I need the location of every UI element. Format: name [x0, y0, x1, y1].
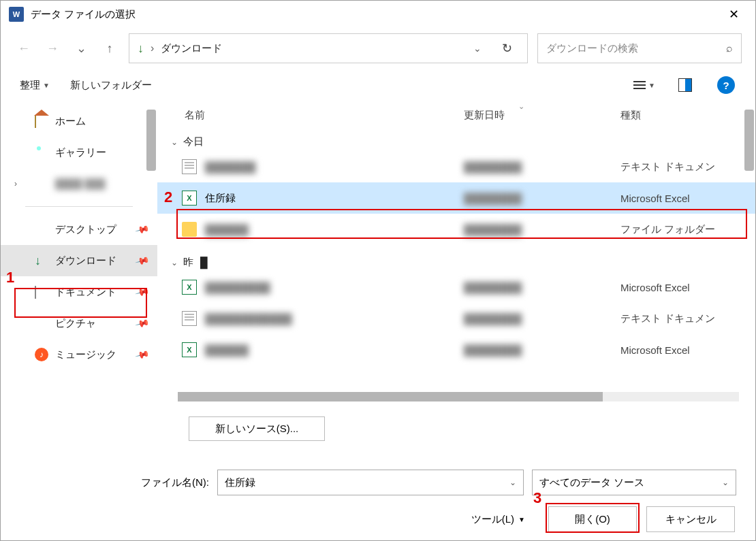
new-folder-button[interactable]: 新しいフォルダー — [70, 79, 152, 92]
organize-button[interactable]: 整理 ▼ — [20, 79, 50, 92]
back-button[interactable]: ← — [14, 39, 33, 58]
sidebar-divider — [25, 206, 133, 207]
home-icon — [35, 116, 36, 127]
downloads-icon: ↓ — [138, 42, 144, 56]
chevron-down-icon[interactable]: ⌄ — [722, 478, 729, 487]
sidebar-item-documents[interactable]: ドキュメント 📌 — [1, 276, 157, 308]
open-button[interactable]: 開く(O) — [548, 506, 637, 532]
text-file-icon — [182, 159, 197, 174]
chevron-down-icon: ▼ — [518, 516, 525, 523]
excel-file-icon: X — [182, 280, 197, 295]
sidebar-item-music[interactable]: ♪ ミュージック 📌 — [1, 339, 157, 370]
documents-icon — [35, 286, 36, 298]
annotation-2: 2 — [164, 188, 172, 206]
navigation-row: ← → ⌄ ↑ ↓ › ダウンロード ⌄ ↻ ダウンロードの検索 ⌕ — [1, 28, 755, 69]
up-button[interactable]: ↑ — [100, 39, 119, 58]
file-scrollbar[interactable] — [744, 110, 754, 171]
preview-icon — [678, 78, 692, 92]
help-icon: ? — [717, 76, 735, 94]
breadcrumb-separator: › — [151, 42, 154, 54]
forward-button[interactable]: → — [43, 39, 62, 58]
chevron-down-icon: ⌄ — [171, 258, 178, 267]
folder-icon — [182, 222, 197, 237]
file-row-selected[interactable]: X住所録 ████████ Microsoft Excel — [157, 182, 755, 214]
search-input[interactable]: ダウンロードの検索 ⌕ — [537, 33, 742, 63]
dialog-title: データ ファイルの選択 — [31, 8, 136, 21]
recent-locations-button[interactable]: ⌄ — [72, 39, 91, 58]
chevron-down-icon[interactable]: ⌄ — [509, 478, 516, 487]
pin-icon[interactable]: 📌 — [134, 253, 150, 268]
sidebar-item-desktop[interactable]: デスクトップ 📌 — [1, 214, 157, 245]
excel-file-icon: X — [182, 342, 197, 357]
file-row[interactable]: X█████████ ████████ Microsoft Excel — [157, 272, 755, 303]
sidebar-item-pictures[interactable]: ピクチャ 📌 — [1, 308, 157, 339]
column-name[interactable]: 名前 — [157, 109, 464, 122]
file-row[interactable]: ██████ ████████ ファイル フォルダー — [157, 214, 755, 245]
sort-indicator-icon: ⌄ — [518, 102, 524, 111]
filename-label: ファイル名(N): — [141, 476, 209, 489]
pin-icon[interactable]: 📌 — [134, 222, 150, 237]
preview-pane-button[interactable] — [675, 75, 695, 95]
view-mode-button[interactable]: ▼ — [634, 75, 655, 95]
address-bar[interactable]: ↓ › ダウンロード ⌄ ↻ — [129, 33, 528, 63]
sidebar-item-home[interactable]: ホーム — [1, 105, 157, 137]
current-location: ダウンロード — [161, 42, 222, 55]
close-icon[interactable]: ✕ — [720, 7, 747, 22]
column-date[interactable]: ⌄ 更新日時 — [464, 109, 620, 122]
music-icon: ♪ — [35, 348, 48, 361]
search-icon: ⌕ — [726, 42, 733, 54]
cancel-button[interactable]: キャンセル — [646, 506, 735, 532]
titlebar: W データ ファイルの選択 ✕ — [1, 1, 755, 28]
annotation-1: 1 — [6, 269, 14, 286]
annotation-3: 3 — [533, 489, 541, 507]
expand-icon[interactable]: › — [14, 179, 17, 188]
filename-input[interactable]: 住所録 ⌄ — [217, 470, 524, 495]
text-file-icon — [182, 311, 197, 326]
downloads-icon: ↓ — [35, 254, 41, 268]
tools-button[interactable]: ツール(L) ▼ — [471, 513, 525, 526]
chevron-down-icon: ▼ — [648, 82, 655, 89]
group-yesterday[interactable]: ⌄ 昨█ — [157, 253, 755, 272]
filetype-filter[interactable]: すべてのデータ ソース ⌄ — [532, 470, 736, 495]
pin-icon[interactable]: 📌 — [134, 284, 150, 299]
column-headers: 名前 ⌄ 更新日時 種類 — [157, 101, 755, 129]
file-list-area: 名前 ⌄ 更新日時 種類 ⌄ 今日 ███████ ████████ テキスト … — [157, 101, 755, 404]
file-row[interactable]: X██████ ████████ Microsoft Excel — [157, 334, 755, 365]
horizontal-scrollbar[interactable] — [178, 392, 739, 401]
sidebar-item-downloads[interactable]: ↓ ダウンロード 📌 — [1, 245, 157, 276]
pin-icon[interactable]: 📌 — [134, 347, 150, 362]
new-source-button[interactable]: 新しいソース(S)... — [189, 416, 325, 441]
location-dropdown-icon[interactable]: ⌄ — [467, 43, 488, 54]
help-button[interactable]: ? — [716, 75, 736, 95]
file-row[interactable]: ████████████ ████████ テキスト ドキュメン — [157, 303, 755, 334]
column-type[interactable]: 種類 — [620, 109, 755, 122]
list-view-icon — [633, 81, 646, 89]
excel-file-icon: X — [182, 191, 197, 206]
bottom-panel: 新しいソース(S)... ファイル名(N): 住所録 ⌄ すべてのデータ ソース… — [1, 404, 755, 532]
sidebar: ホーム ギャラリー › ████ ███ デスクトップ 📌 ↓ ダウンロード 📌… — [1, 101, 157, 404]
sidebar-item-onedrive[interactable]: › ████ ███ — [1, 168, 157, 199]
chevron-down-icon: ⌄ — [171, 137, 178, 147]
file-row[interactable]: ███████ ████████ テキスト ドキュメン — [157, 151, 755, 182]
sidebar-item-gallery[interactable]: ギャラリー — [1, 137, 157, 168]
search-placeholder: ダウンロードの検索 — [546, 42, 726, 55]
word-app-icon: W — [9, 7, 24, 22]
chevron-down-icon: ▼ — [43, 82, 50, 89]
refresh-button[interactable]: ↻ — [495, 41, 519, 56]
pin-icon[interactable]: 📌 — [134, 316, 150, 331]
group-today[interactable]: ⌄ 今日 — [157, 133, 755, 151]
toolbar: 整理 ▼ 新しいフォルダー ▼ ? — [1, 69, 755, 101]
